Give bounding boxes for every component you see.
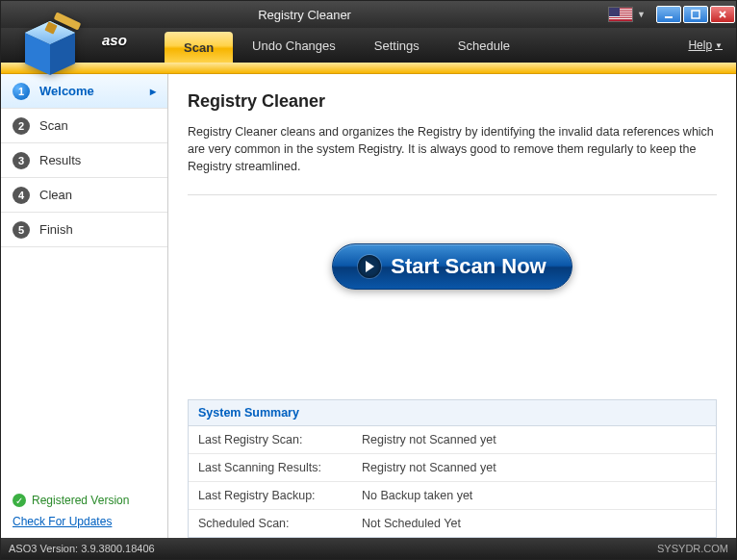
titlebar: Registry Cleaner ▼ — [1, 1, 736, 28]
scan-button-area: Start Scan Now — [188, 195, 717, 399]
summary-key: Last Registry Backup: — [198, 489, 362, 502]
registered-text: Registered Version — [32, 494, 129, 507]
start-scan-label: Start Scan Now — [391, 254, 546, 279]
chevron-down-icon: ▼ — [715, 41, 723, 50]
step-label: Finish — [39, 222, 73, 237]
summary-value: Registry not Scanned yet — [362, 461, 496, 474]
wizard-steps: 1 Welcome ▸ 2 Scan 3 Results 4 Clean 5 — [1, 74, 167, 484]
version-label: ASO3 Version: 3.9.3800.18406 — [9, 543, 155, 554]
system-summary-heading: System Summary — [189, 400, 716, 426]
body: 1 Welcome ▸ 2 Scan 3 Results 4 Clean 5 — [1, 74, 736, 538]
tab-settings[interactable]: Settings — [355, 28, 439, 63]
page-title: Registry Cleaner — [188, 91, 717, 112]
gold-accent-bar — [1, 63, 736, 74]
sidebar: 1 Welcome ▸ 2 Scan 3 Results 4 Clean 5 — [1, 74, 168, 538]
summary-value: Registry not Scanned yet — [362, 433, 496, 446]
watermark: SYSYDR.COM — [657, 543, 728, 554]
close-button[interactable] — [710, 6, 735, 23]
app-window: Registry Cleaner ▼ aso Scan Undo Changes… — [0, 0, 737, 560]
summary-row: Last Registry Backup: No Backup taken ye… — [189, 482, 716, 510]
tab-schedule-label: Schedule — [458, 38, 510, 53]
check-circle-icon: ✓ — [13, 494, 26, 507]
check-updates-link[interactable]: Check For Updates — [13, 515, 156, 528]
play-icon — [358, 255, 381, 278]
summary-row: Last Registry Scan: Registry not Scanned… — [189, 426, 716, 454]
page-description: Registry Cleaner cleans and organizes th… — [188, 123, 717, 195]
svg-marker-8 — [366, 261, 374, 272]
chevron-right-icon: ▸ — [150, 85, 156, 98]
summary-key: Last Registry Scan: — [198, 433, 362, 446]
step-label: Clean — [39, 188, 72, 202]
summary-row: Last Scanning Results: Registry not Scan… — [189, 454, 716, 482]
step-label: Welcome — [39, 84, 94, 98]
svg-rect-1 — [692, 11, 699, 18]
menubar: aso Scan Undo Changes Settings Schedule … — [1, 28, 736, 63]
help-menu[interactable]: Help▼ — [674, 28, 736, 63]
help-label: Help — [688, 38, 712, 52]
step-number-icon: 2 — [13, 117, 30, 135]
app-logo-icon — [6, 12, 92, 81]
tab-schedule[interactable]: Schedule — [439, 28, 529, 63]
step-number-icon: 5 — [13, 221, 30, 239]
tab-scan[interactable]: Scan — [165, 32, 233, 63]
summary-value: No Backup taken yet — [362, 489, 472, 502]
brand-label: aso — [102, 32, 127, 48]
registered-version-label: ✓ Registered Version — [13, 494, 156, 507]
tab-undo-changes[interactable]: Undo Changes — [233, 28, 355, 63]
sidebar-step-scan[interactable]: 2 Scan — [1, 109, 167, 143]
sidebar-step-finish[interactable]: 5 Finish — [1, 213, 167, 247]
language-dropdown-icon[interactable]: ▼ — [637, 10, 646, 19]
step-number-icon: 1 — [13, 83, 30, 100]
summary-key: Last Scanning Results: — [198, 461, 362, 474]
tab-settings-label: Settings — [374, 38, 419, 53]
main-panel: Registry Cleaner Registry Cleaner cleans… — [168, 74, 736, 538]
summary-key: Scheduled Scan: — [198, 517, 362, 530]
svg-rect-0 — [665, 16, 673, 18]
sidebar-step-results[interactable]: 3 Results — [1, 143, 167, 178]
step-number-icon: 4 — [13, 187, 30, 204]
sidebar-footer: ✓ Registered Version Check For Updates — [1, 484, 167, 538]
summary-value: Not Scheduled Yet — [362, 517, 461, 530]
tab-scan-label: Scan — [184, 40, 214, 55]
step-label: Results — [39, 153, 81, 167]
sidebar-step-clean[interactable]: 4 Clean — [1, 178, 167, 213]
minimize-button[interactable] — [656, 6, 681, 23]
statusbar: ASO3 Version: 3.9.3800.18406 SYSYDR.COM — [1, 538, 736, 559]
tab-undo-label: Undo Changes — [252, 38, 336, 53]
language-flag-icon[interactable] — [608, 7, 633, 22]
start-scan-button[interactable]: Start Scan Now — [332, 243, 572, 290]
maximize-button[interactable] — [683, 6, 708, 23]
step-number-icon: 3 — [13, 152, 30, 169]
step-label: Scan — [39, 118, 68, 133]
summary-row: Scheduled Scan: Not Scheduled Yet — [189, 510, 716, 537]
system-summary-panel: System Summary Last Registry Scan: Regis… — [188, 399, 717, 538]
